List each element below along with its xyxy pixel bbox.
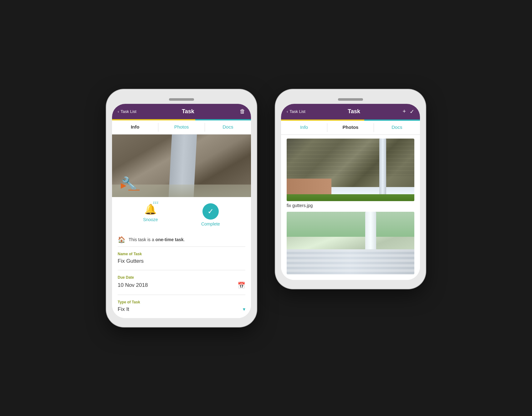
tab-docs-2[interactable]: Docs	[374, 121, 420, 134]
phone-bottom-2	[281, 280, 420, 283]
siding-lines	[287, 249, 414, 274]
grass	[287, 194, 414, 201]
brick-wall	[287, 179, 331, 194]
page-title-2: Task	[348, 108, 360, 115]
page-title-1: Task	[182, 108, 194, 115]
complete-label: Complete	[201, 221, 220, 226]
snooze-label: Snooze	[143, 217, 158, 222]
bell-icon: 🔔	[144, 204, 157, 215]
tabs-1: Info Photos Docs	[112, 120, 251, 134]
checkmark-icon: ✓	[207, 207, 214, 216]
notice-text: This task is a one-time task.	[129, 237, 185, 242]
phone-2: ‹ Task List Task + ✓ Info	[275, 89, 426, 289]
due-label: Due Date	[118, 275, 245, 280]
back-label-2: Task List	[289, 109, 305, 114]
photo-thumb-2	[287, 212, 414, 274]
tab-info-2[interactable]: Info	[281, 121, 327, 134]
back-button-2[interactable]: ‹ Task List	[287, 109, 305, 114]
back-button-1[interactable]: ‹ Task List	[118, 109, 136, 114]
task-notice: 🏠 This task is a one-time task.	[112, 233, 251, 246]
snooze-icon-wrap: 🔔 zzz	[144, 203, 157, 215]
due-date-field: Due Date 10 Nov 2018 📅	[112, 270, 251, 295]
photo-item-1[interactable]: fix gutters.jpg	[281, 139, 420, 212]
snooze-button[interactable]: 🔔 zzz Snooze	[143, 203, 158, 226]
due-value: 10 Nov 2018 📅	[118, 282, 245, 292]
back-label-1: Task List	[120, 109, 136, 114]
app-screen-1: ‹ Task List Task 🗑 Info	[112, 104, 251, 318]
tab-photos-1[interactable]: Photos	[158, 120, 204, 134]
zzz-icon: zzz	[153, 201, 159, 204]
type-of-task-field: Type of Task Fix It ▾	[112, 295, 251, 318]
photo-2-visual	[287, 212, 414, 274]
task-image-1: 🔧 ►⎯⎯	[112, 134, 251, 197]
house-icon: 🏠	[118, 236, 125, 243]
app-screen-2: ‹ Task List Task + ✓ Info	[281, 104, 420, 280]
phone-bottom-1	[112, 318, 251, 321]
photo-1-visual	[287, 139, 414, 201]
photo-thumb-1	[287, 139, 414, 201]
dropdown-icon[interactable]: ▾	[243, 306, 245, 312]
chevron-left-icon-1: ‹	[118, 109, 119, 114]
add-icon[interactable]: +	[402, 108, 406, 115]
app-header-2: ‹ Task List Task + ✓	[281, 104, 420, 119]
speaker-1	[169, 98, 194, 101]
complete-icon-wrap: ✓	[202, 203, 219, 220]
header-actions-1: 🗑	[240, 108, 245, 115]
delete-icon-1[interactable]: 🗑	[240, 108, 245, 115]
phone-1: ‹ Task List Task 🗑 Info	[106, 89, 257, 327]
type-value[interactable]: Fix It ▾	[118, 306, 245, 315]
tabs-2: Info Photos Docs	[281, 121, 420, 135]
chevron-left-icon-2: ‹	[287, 109, 288, 114]
photos-list: fix gutters.jpg	[281, 135, 420, 280]
phone-1-inner: ‹ Task List Task 🗑 Info	[112, 104, 251, 318]
shingles-pattern	[287, 139, 414, 176]
speaker-2	[338, 98, 363, 101]
name-of-task-field: Name of Task Fix Gutters	[112, 247, 251, 270]
tab-info-1[interactable]: Info	[112, 120, 158, 134]
drill-visual: ►⎯⎯	[119, 178, 140, 191]
name-label: Name of Task	[118, 252, 245, 256]
photo-item-2[interactable]	[281, 212, 420, 280]
header-actions-2: + ✓	[402, 108, 414, 115]
phone-2-inner: ‹ Task List Task + ✓ Info	[281, 104, 420, 280]
photo-filename-1: fix gutters.jpg	[287, 203, 414, 208]
tab-photos-2[interactable]: Photos	[327, 121, 373, 134]
trees-bg	[287, 212, 414, 237]
check-icon[interactable]: ✓	[410, 108, 414, 115]
app-header-1: ‹ Task List Task 🗑	[112, 104, 251, 119]
tab-docs-1[interactable]: Docs	[205, 120, 251, 134]
downspout-1	[379, 139, 386, 201]
calendar-icon[interactable]: 📅	[238, 282, 245, 289]
scene: ‹ Task List Task 🗑 Info	[106, 89, 426, 327]
name-value: Fix Gutters	[118, 258, 245, 267]
complete-button[interactable]: ✓ Complete	[201, 203, 220, 226]
action-row-1: 🔔 zzz Snooze ✓ Complete	[112, 197, 251, 233]
type-label: Type of Task	[118, 300, 245, 304]
